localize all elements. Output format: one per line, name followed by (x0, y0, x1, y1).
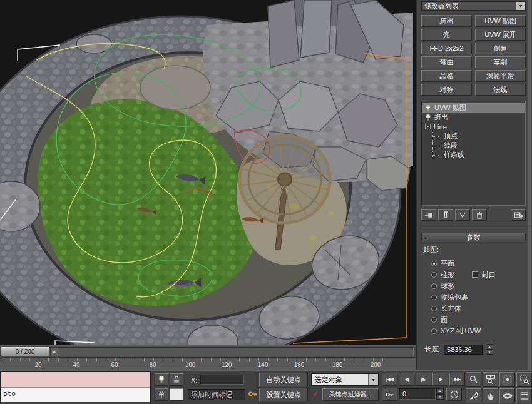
modifier-button-extrude[interactable]: 挤出 (421, 15, 472, 27)
color-swatch-button[interactable] (170, 388, 183, 401)
radio-cylindrical-icon[interactable] (431, 272, 437, 278)
modifier-button-symmetry[interactable]: 对称 (421, 84, 472, 96)
modifier-button-unwrap-uvw[interactable]: UVW 展开 (475, 29, 526, 41)
stack-subobject-spline[interactable]: 样条线 (422, 150, 525, 159)
play-animation-button[interactable]: ▶ (416, 373, 431, 386)
modifier-button-normal[interactable]: 法线 (475, 84, 526, 96)
go-to-end-button[interactable]: ▶▶| (449, 373, 465, 386)
modifier-button-lattice[interactable]: 晶格 (421, 70, 472, 82)
auto-key-button[interactable]: 自动关键点 (259, 373, 308, 386)
maximize-viewport-icon (519, 391, 529, 401)
spinner-up-icon[interactable]: ▲ (486, 344, 493, 350)
option-cylindrical[interactable]: 柱形 封口 (421, 269, 526, 280)
stack-item-uvw-map[interactable]: UVW 贴图 (422, 103, 525, 113)
zoom-all-button[interactable] (483, 372, 498, 387)
modifier-button-bend[interactable]: 弯曲 (421, 56, 472, 68)
visibility-bulb-icon[interactable] (425, 104, 431, 112)
make-unique-button[interactable] (455, 209, 470, 221)
option-face[interactable]: 面 (421, 314, 526, 325)
next-frame-button[interactable]: |▶ (432, 373, 448, 386)
panel-scrollbar[interactable] (528, 0, 531, 370)
spinner-down-icon[interactable]: ▼ (486, 350, 493, 355)
track-bar[interactable]: 20 40 60 80 100 120 140 160 180 200 (0, 357, 416, 370)
key-icon (248, 389, 258, 399)
perspective-viewport[interactable] (0, 0, 416, 345)
maxscript-mini-listener[interactable]: pto (0, 371, 151, 403)
set-key-button-icon[interactable] (248, 389, 258, 400)
key-mode-toggle-button[interactable] (382, 388, 397, 401)
tick-label: 100 (185, 361, 196, 368)
spinner-up-icon[interactable]: ▲ (436, 388, 444, 394)
remove-modifier-icon (474, 210, 484, 220)
option-planar[interactable]: 平面 (421, 258, 526, 269)
set-key-button[interactable]: 设置关键点 (259, 388, 308, 401)
cap-checkbox[interactable] (472, 271, 478, 278)
configure-modifier-sets-icon (513, 210, 523, 220)
listener-macro-row[interactable] (1, 372, 150, 388)
radio-xyz-uvw-icon[interactable] (431, 328, 437, 334)
parameters-rollout-header[interactable]: - 参数 (421, 233, 526, 241)
configure-modifier-sets-button[interactable] (511, 209, 526, 221)
tick-label: 160 (294, 361, 305, 368)
zoom-region-button[interactable] (516, 372, 532, 387)
radio-box-icon[interactable] (431, 306, 437, 311)
maximize-viewport-button[interactable] (516, 388, 532, 403)
collapse-icon[interactable]: - (425, 124, 431, 129)
radio-spherical-icon[interactable] (431, 283, 437, 289)
viewport-navigation-controls (466, 372, 532, 403)
time-tag-field[interactable]: 添加时间标记 (188, 389, 245, 400)
field-of-view-icon (469, 391, 479, 401)
remove-modifier-button[interactable] (472, 209, 487, 221)
rollout-collapse-icon[interactable]: - (424, 233, 427, 241)
pan-button[interactable] (483, 388, 498, 403)
selection-lock-button[interactable] (170, 373, 183, 386)
visibility-bulb-icon[interactable] (425, 114, 431, 121)
isolate-selection-button[interactable] (155, 373, 168, 386)
key-filters-button[interactable]: 关键点过滤器... (322, 388, 379, 401)
radio-face-icon[interactable] (431, 317, 437, 323)
modifier-button-lathe[interactable]: 车削 (475, 56, 526, 68)
radio-shrink-wrap-icon[interactable] (431, 295, 437, 300)
modifier-button-ffd[interactable]: FFD 2x2x2 (421, 43, 472, 54)
option-spherical[interactable]: 球形 (421, 280, 526, 291)
stack-item-line[interactable]: - Line (422, 122, 525, 131)
time-slider-track[interactable] (1, 347, 414, 356)
time-configuration-button[interactable] (446, 388, 462, 401)
orbit-button[interactable] (499, 388, 515, 403)
show-end-result-button[interactable] (438, 209, 453, 221)
radio-planar-icon[interactable] (431, 261, 437, 266)
previous-frame-button[interactable]: ◀| (399, 373, 414, 386)
listener-output-row[interactable]: pto (1, 388, 150, 402)
stack-subobject-vertex[interactable]: 顶点 (422, 131, 525, 141)
current-frame-field[interactable]: 0 (399, 388, 436, 400)
modifier-button-turbosmooth[interactable]: 涡轮平滑 (475, 70, 526, 82)
next-frame-arrow-icon[interactable]: ▶ (50, 347, 58, 356)
modifier-list-dropdown[interactable]: 修改器列表 ▼ (421, 1, 526, 11)
stack-subobject-segment[interactable]: 线段 (422, 141, 525, 150)
option-shrink-wrap[interactable]: 收缩包裹 (421, 291, 526, 303)
length-field[interactable]: 5836.36 (444, 345, 483, 355)
stack-item-extrude[interactable]: 挤出 (422, 113, 525, 122)
x-coordinate-field[interactable] (200, 375, 244, 385)
zoom-extents-button[interactable] (499, 372, 515, 387)
length-parameter-row: 长度: 5836.36 ▲ ▼ (421, 344, 526, 355)
zoom-button[interactable] (466, 372, 481, 387)
modifier-button-bevel[interactable]: 倒角 (475, 43, 526, 54)
field-of-view-button[interactable] (466, 388, 481, 403)
spinner-down-icon[interactable]: ▼ (436, 394, 444, 400)
pin-stack-button[interactable] (421, 209, 436, 221)
status-bar: pto X: 单 添加时间标记 自动关键点 设置关键点 选定对象 ▼ ✓ 关键点… (0, 370, 532, 404)
option-xyz-to-uvw[interactable]: XYZ 到 UVW (421, 325, 526, 336)
selection-set-dropdown[interactable]: 选定对象 ▼ (311, 373, 379, 386)
chevron-down-icon[interactable]: ▼ (368, 374, 378, 385)
key-filters-check-icon[interactable]: ✓ (312, 390, 319, 398)
modifier-button-uvw-map[interactable]: UVW 贴图 (475, 15, 526, 27)
modifier-button-shell[interactable]: 壳 (421, 29, 472, 41)
go-to-start-button[interactable]: |◀◀ (382, 373, 397, 386)
chevron-down-icon[interactable]: ▼ (516, 2, 525, 10)
time-slider-handle[interactable]: 0 / 200 (1, 347, 49, 356)
max-application-window: 修改器列表 ▼ 挤出 UVW 贴图 壳 UVW 展开 FFD 2x2x2 倒角 … (0, 0, 532, 404)
option-box[interactable]: 长方体 (421, 303, 526, 314)
prompt-mode-button[interactable]: 单 (155, 388, 168, 401)
zoom-all-icon (486, 375, 496, 385)
